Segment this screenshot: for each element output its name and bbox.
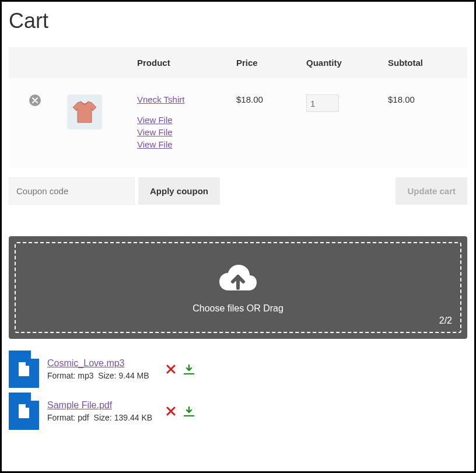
dropzone-counter: 2/2 xyxy=(439,316,452,326)
page-icon xyxy=(19,404,29,418)
delete-file-button[interactable] xyxy=(166,365,176,374)
list-item: Sample File.pdf Format:pdf Size:139.44 K… xyxy=(9,393,467,430)
download-icon xyxy=(185,407,193,415)
table-row: Vneck Tshirt View File View File View Fi… xyxy=(9,78,467,168)
apply-coupon-button[interactable]: Apply coupon xyxy=(138,177,220,205)
file-name-link[interactable]: Cosmic_Love.mp3 xyxy=(47,358,158,369)
view-file-link-1[interactable]: View File xyxy=(137,115,225,125)
update-cart-button[interactable]: Update cart xyxy=(396,177,467,205)
quantity-stepper[interactable] xyxy=(306,94,339,112)
cart-actions: Apply coupon Update cart xyxy=(9,177,467,205)
download-file-button[interactable] xyxy=(184,364,194,374)
remove-item-button[interactable] xyxy=(29,94,41,106)
file-meta: Format:pdf Size:139.44 KB xyxy=(47,413,155,422)
product-name-link[interactable]: Vneck Tshirt xyxy=(137,94,184,104)
list-item: Cosmic_Love.mp3 Format:mp3 Size:9.44 MB xyxy=(9,351,467,388)
col-subtotal-header: Subtotal xyxy=(382,47,467,78)
view-file-link-2[interactable]: View File xyxy=(137,127,225,137)
file-icon xyxy=(9,351,39,388)
page-icon xyxy=(19,362,29,376)
cart-table: Product Price Quantity Subtotal xyxy=(9,47,467,168)
download-file-button[interactable] xyxy=(184,406,194,416)
item-subtotal: $18.00 xyxy=(382,78,467,168)
coupon-code-input[interactable] xyxy=(9,177,135,205)
close-icon xyxy=(32,97,38,103)
x-icon xyxy=(166,365,176,374)
file-name-link[interactable]: Sample File.pdf xyxy=(47,400,158,411)
tshirt-icon xyxy=(72,100,97,124)
col-thumbnail-header xyxy=(61,47,131,78)
dropzone-text: Choose files OR Drag xyxy=(192,303,284,314)
product-thumbnail[interactable] xyxy=(67,94,102,129)
col-price-header: Price xyxy=(230,47,300,78)
page-title: Cart xyxy=(9,9,467,33)
file-meta: Format:mp3 Size:9.44 MB xyxy=(47,371,152,380)
download-icon xyxy=(185,365,193,373)
uploaded-files-list: Cosmic_Love.mp3 Format:mp3 Size:9.44 MB … xyxy=(9,351,467,430)
view-file-link-3[interactable]: View File xyxy=(137,139,225,149)
file-icon xyxy=(9,393,39,430)
file-dropzone[interactable]: Choose files OR Drag 2/2 xyxy=(15,242,461,333)
cloud-upload-icon xyxy=(217,261,259,294)
file-dropzone-container: Choose files OR Drag 2/2 xyxy=(9,236,467,339)
x-icon xyxy=(166,407,176,416)
delete-file-button[interactable] xyxy=(166,407,176,416)
col-quantity-header: Quantity xyxy=(300,47,382,78)
col-product-header: Product xyxy=(131,47,230,78)
item-price: $18.00 xyxy=(230,78,300,168)
col-remove-header xyxy=(9,47,61,78)
